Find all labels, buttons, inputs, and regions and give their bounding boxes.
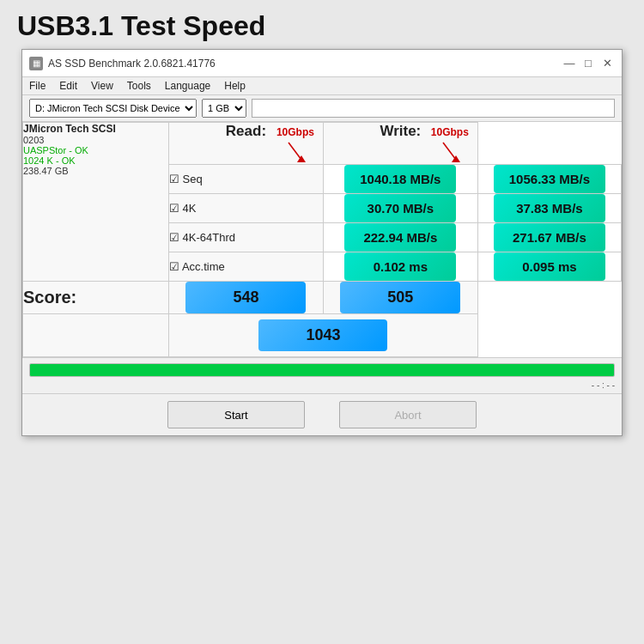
device-status2: 1024 K - OK [23, 155, 168, 166]
app-icon: ▦ [29, 57, 43, 70]
4k-read: 30.70 MB/s [344, 194, 456, 222]
window-title: AS SSD Benchmark 2.0.6821.41776 [48, 58, 216, 70]
header-row: JMicron Tech SCSI 0203 UASPStor - OK 102… [23, 123, 622, 165]
progress-bar-bg [29, 363, 615, 377]
write-arrow-icon [434, 138, 469, 164]
4k64-write: 271.67 MB/s [494, 223, 605, 252]
menu-tools[interactable]: Tools [127, 80, 151, 92]
svg-line-0 [289, 143, 301, 160]
score-total: 1043 [258, 319, 387, 351]
drive-select[interactable]: D: JMicron Tech SCSI Disk Device [29, 99, 197, 118]
minimize-button[interactable]: — [562, 56, 577, 71]
read-annotation: 10Gbps [276, 126, 314, 138]
progress-time: - - : - - [29, 380, 615, 390]
page-title: USB3.1 Test Speed [0, 0, 265, 49]
4k-write: 37.83 MB/s [494, 194, 605, 222]
menu-language[interactable]: Language [165, 80, 210, 92]
read-arrow-icon [280, 138, 314, 164]
device-status1: UASPStor - OK [23, 145, 168, 155]
seq-read: 1040.18 MB/s [344, 165, 456, 193]
seq-write: 1056.33 MB/s [494, 165, 605, 193]
score-read: 548 [185, 282, 306, 313]
titlebar: ▦ AS SSD Benchmark 2.0.6821.41776 — □ ✕ [22, 50, 622, 77]
write-annotation: 10Gbps [431, 126, 469, 138]
menubar: File Edit View Tools Language Help [22, 77, 622, 95]
progress-area: - - : - - [22, 357, 622, 393]
abort-button[interactable]: Abort [339, 401, 477, 428]
menu-view[interactable]: View [91, 80, 113, 92]
main-content: JMicron Tech SCSI 0203 UASPStor - OK 102… [22, 122, 622, 357]
window: ▦ AS SSD Benchmark 2.0.6821.41776 — □ ✕ … [21, 49, 623, 436]
text-input [252, 99, 615, 118]
score-row: Score: 548 505 [23, 282, 622, 314]
menu-help[interactable]: Help [224, 80, 246, 92]
read-header: Read: [226, 123, 266, 139]
button-row: Start Abort [22, 393, 622, 435]
acctime-read: 0.102 ms [344, 252, 456, 281]
device-name: JMicron Tech SCSI [23, 123, 168, 135]
size-select[interactable]: 1 GB [202, 99, 246, 118]
acctime-write: 0.095 ms [494, 252, 605, 281]
total-score-row: 1043 [23, 314, 622, 357]
write-header: Write: [380, 123, 421, 139]
close-button[interactable]: ✕ [599, 56, 615, 71]
toolbar: D: JMicron Tech SCSI Disk Device 1 GB [22, 95, 622, 122]
start-button[interactable]: Start [167, 401, 305, 428]
menu-file[interactable]: File [29, 80, 46, 92]
device-size: 238.47 GB [23, 166, 168, 176]
menu-edit[interactable]: Edit [59, 80, 77, 92]
svg-line-2 [443, 143, 456, 160]
maximize-button[interactable]: □ [580, 56, 596, 71]
progress-bar-fill [30, 364, 614, 376]
device-id: 0203 [23, 135, 168, 145]
score-write: 505 [340, 282, 460, 313]
4k64-read: 222.94 MB/s [344, 223, 456, 252]
